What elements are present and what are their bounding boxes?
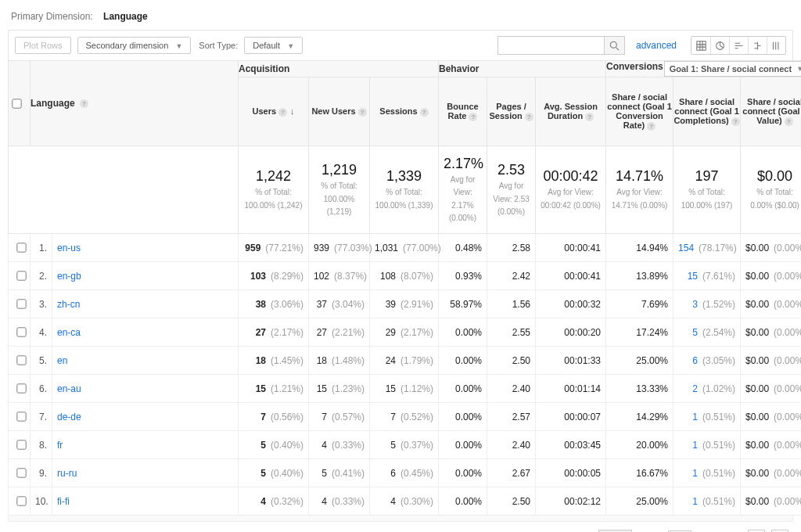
col-sessions[interactable]: Sessions?	[370, 77, 439, 146]
help-icon[interactable]: ?	[731, 117, 740, 126]
row-index: 6.	[31, 375, 52, 403]
table-row: 2.en-gb103(8.29%)102(8.37%)108(8.07%)0.9…	[9, 262, 802, 290]
language-link[interactable]: fr	[57, 440, 63, 451]
secondary-dimension-button[interactable]: Secondary dimension ▼	[77, 37, 192, 54]
cell-bounce: 0.00%	[439, 403, 487, 431]
row-checkbox[interactable]	[16, 327, 26, 336]
view-table-icon[interactable]	[691, 37, 710, 54]
language-link[interactable]: fi-fi	[57, 496, 70, 507]
cell-completions: 2(1.02%)	[673, 375, 741, 403]
cell-completions: 3(1.52%)	[673, 290, 741, 318]
cell-conv-rate: 25.00%	[606, 487, 673, 516]
group-behavior: Behavior	[439, 61, 606, 77]
col-pages-session[interactable]: Pages / Session?	[487, 77, 536, 146]
col-goal-value[interactable]: Share / social connect (Goal 1 Value)?	[741, 77, 801, 146]
horizontal-scrollbar[interactable]	[8, 516, 793, 522]
language-link[interactable]: zh-cn	[57, 299, 80, 310]
cell-sessions: 108(8.07%)	[370, 262, 439, 290]
help-icon[interactable]: ?	[469, 113, 477, 121]
cell-users: 7(0.56%)	[239, 403, 309, 431]
col-new-users[interactable]: New Users?	[309, 77, 370, 146]
help-icon[interactable]: ?	[420, 108, 429, 117]
col-users[interactable]: Users?↓	[239, 77, 309, 146]
help-icon[interactable]: ?	[525, 113, 533, 121]
row-checkbox[interactable]	[16, 412, 26, 421]
view-pie-icon[interactable]	[710, 37, 729, 54]
view-pivot-icon[interactable]	[767, 37, 785, 54]
help-icon[interactable]: ?	[785, 117, 793, 126]
col-completions[interactable]: Share / social connect (Goal 1 Completio…	[673, 77, 741, 146]
svg-rect-2	[696, 41, 705, 49]
help-icon[interactable]: ?	[358, 108, 367, 117]
cell-bounce: 0.00%	[439, 375, 487, 403]
cell-new-users: 7(0.57%)	[309, 403, 370, 431]
row-checkbox[interactable]	[16, 299, 26, 308]
select-all-checkbox[interactable]	[12, 99, 21, 108]
search-icon	[609, 41, 620, 51]
cell-users: 18(1.45%)	[239, 347, 309, 375]
cell-duration: 00:03:45	[536, 431, 606, 459]
search-input[interactable]	[498, 37, 604, 54]
row-checkbox[interactable]	[16, 243, 26, 252]
view-bar-icon[interactable]	[729, 37, 748, 54]
cell-conv-rate: 14.94%	[606, 234, 673, 262]
help-icon[interactable]: ?	[647, 122, 656, 131]
view-comparison-icon[interactable]	[748, 37, 767, 54]
col-language[interactable]: Language	[31, 98, 75, 109]
primary-dimension-label: Primary Dimension:	[11, 11, 93, 22]
row-checkbox[interactable]	[16, 383, 26, 393]
primary-dimension-value[interactable]: Language	[103, 11, 148, 22]
cell-pages-session: 2.42	[487, 262, 536, 290]
cell-duration: 00:00:07	[536, 403, 606, 431]
cell-completions: 15(7.61%)	[673, 262, 741, 290]
col-avg-duration[interactable]: Avg. Session Duration?	[536, 77, 606, 146]
cell-completions: 1(0.51%)	[673, 459, 741, 487]
language-link[interactable]: en-au	[57, 383, 81, 394]
cell-users: 5(0.40%)	[239, 431, 309, 459]
plot-rows-button[interactable]: Plot Rows	[15, 37, 71, 54]
row-index: 7.	[31, 403, 52, 431]
language-link[interactable]: en-gb	[57, 271, 81, 282]
cell-duration: 00:00:05	[536, 459, 606, 487]
cell-sessions: 39(2.91%)	[370, 290, 439, 318]
search-button[interactable]	[604, 37, 624, 54]
row-checkbox[interactable]	[16, 468, 26, 477]
sort-type-button[interactable]: Default ▼	[244, 37, 303, 54]
cell-sessions: 29(2.17%)	[370, 318, 439, 347]
col-conv-rate[interactable]: Share / social connect (Goal 1 Conversio…	[606, 77, 673, 146]
svg-point-0	[610, 41, 616, 48]
row-checkbox[interactable]	[16, 355, 26, 365]
secondary-dimension-label: Secondary dimension	[86, 41, 169, 50]
cell-completions: 1(0.51%)	[673, 403, 741, 431]
row-checkbox[interactable]	[16, 496, 26, 505]
language-link[interactable]: en-ca	[57, 327, 81, 338]
group-conversions: Conversions Goal 1: Share / social conne…	[606, 61, 801, 77]
row-index: 4.	[31, 318, 52, 347]
cell-pages-session: 1.56	[487, 290, 536, 318]
help-icon[interactable]: ?	[585, 113, 594, 121]
language-link[interactable]: de-de	[57, 412, 81, 422]
cell-pages-session: 2.67	[487, 459, 536, 487]
cell-pages-session: 2.58	[487, 234, 536, 262]
help-icon[interactable]: ?	[80, 99, 88, 108]
cell-sessions: 5(0.37%)	[370, 431, 439, 459]
language-link[interactable]: en-us	[57, 243, 81, 253]
language-link[interactable]: ru-ru	[57, 468, 77, 479]
advanced-link[interactable]: advanced	[636, 40, 677, 51]
goal-selector[interactable]: Goal 1: Share / social connect ▼	[664, 61, 801, 77]
cell-bounce: 0.48%	[439, 234, 487, 262]
cell-sessions: 6(0.45%)	[370, 459, 439, 487]
help-icon[interactable]: ?	[278, 108, 287, 117]
language-link[interactable]: en	[57, 355, 67, 366]
col-bounce-rate[interactable]: Bounce Rate?	[439, 77, 487, 146]
cell-pages-session: 2.57	[487, 403, 536, 431]
row-checkbox[interactable]	[16, 440, 26, 449]
table-row: 1.en-us959(77.21%)939(77.03%)1,031(77.00…	[9, 234, 802, 262]
table-row: 5.en18(1.45%)18(1.48%)24(1.79%)0.00%2.50…	[9, 347, 802, 375]
cell-pages-session: 2.40	[487, 375, 536, 403]
cell-duration: 00:01:33	[536, 347, 606, 375]
cell-value: $0.00(0.00%)	[741, 459, 801, 487]
caret-down-icon: ▼	[796, 65, 801, 73]
row-checkbox[interactable]	[16, 271, 26, 280]
table-row: 10.fi-fi4(0.32%)4(0.33%)4(0.30%)0.00%2.5…	[9, 487, 802, 516]
